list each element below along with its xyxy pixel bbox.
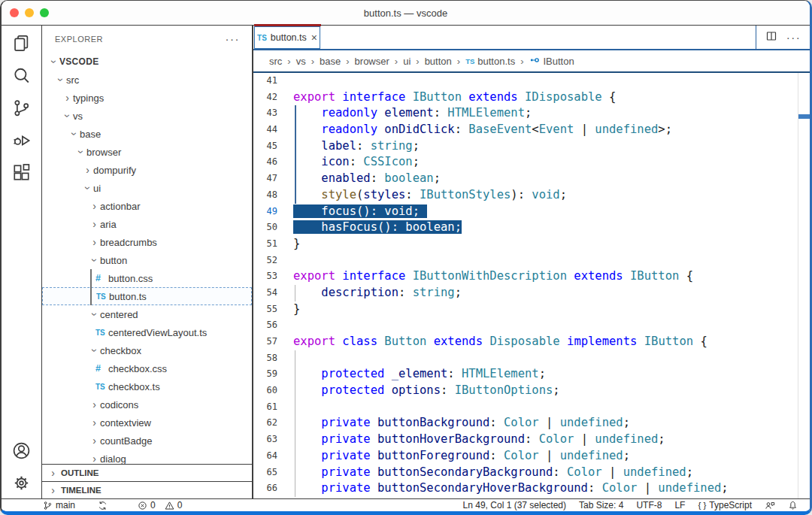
tree-item-aria[interactable]: ›aria — [42, 215, 252, 233]
breadcrumb-item-vs[interactable]: vs — [296, 56, 306, 67]
tree-item-contextview[interactable]: ›contextview — [42, 414, 252, 432]
line-number[interactable]: 64 — [253, 448, 277, 465]
chevron-right-icon[interactable]: › — [89, 237, 100, 247]
tree-item-base[interactable]: ›base — [42, 125, 252, 143]
breadcrumb-item-ibutton[interactable]: IButton — [529, 55, 574, 68]
line-number[interactable]: 61 — [253, 399, 277, 416]
line-number[interactable]: 51 — [253, 236, 277, 253]
line-number[interactable]: 55 — [253, 301, 277, 318]
zoom-window-button[interactable] — [40, 8, 49, 17]
tree-item-button-ts[interactable]: TSbutton.ts — [42, 287, 252, 305]
breadcrumb-item-ui[interactable]: ui — [403, 56, 411, 67]
search-icon[interactable] — [11, 64, 33, 86]
status-ln-49-col-1-37-selected-[interactable]: Ln 49, Col 1 (37 selected) — [463, 500, 566, 510]
tree-item-typings[interactable]: ›typings — [42, 89, 252, 107]
tree-item-breadcrumbs[interactable]: ›breadcrumbs — [42, 233, 252, 251]
tree-item-vscode[interactable]: ›VSCODE — [42, 53, 252, 71]
chevron-right-icon[interactable]: › — [89, 219, 100, 229]
status-warning[interactable]: 0 — [165, 500, 183, 510]
chevron-right-icon[interactable]: › — [89, 435, 100, 446]
tree-item-browser[interactable]: ›browser — [42, 143, 252, 161]
accounts-icon[interactable] — [11, 439, 33, 462]
tree-item-ui[interactable]: ›ui — [42, 179, 252, 197]
breadcrumb-item-button[interactable]: button — [425, 56, 452, 67]
overview-ruler[interactable] — [798, 73, 810, 498]
source-control-icon[interactable] — [11, 96, 33, 119]
chevron-right-icon[interactable]: › — [89, 399, 100, 410]
tree-item-countbadge[interactable]: ›countBadge — [42, 432, 252, 450]
line-number[interactable]: 66 — [253, 480, 277, 497]
line-number[interactable]: 63 — [253, 432, 277, 448]
tree-item-checkbox-css[interactable]: #checkbox.css — [42, 359, 252, 377]
line-number[interactable]: 42 — [253, 89, 277, 106]
line-number[interactable]: 56 — [253, 317, 277, 334]
tree-item-src[interactable]: ›src — [42, 71, 252, 89]
chevron-right-icon[interactable]: › — [89, 417, 100, 428]
line-number[interactable]: 48 — [253, 187, 277, 204]
chevron-down-icon[interactable]: › — [76, 147, 86, 158]
status-tab-size-4[interactable]: Tab Size: 4 — [579, 500, 623, 510]
tab-button-ts[interactable]: TS button.ts × — [254, 26, 320, 49]
line-number[interactable]: 50 — [253, 220, 277, 236]
chevron-right-icon[interactable]: › — [89, 201, 100, 211]
status-git-branch[interactable]: main — [43, 500, 75, 510]
split-editor-icon[interactable] — [765, 30, 777, 45]
breadcrumb-item-browser[interactable]: browser — [355, 56, 389, 67]
line-number[interactable]: 54 — [253, 285, 277, 301]
line-number[interactable]: 53 — [253, 268, 277, 285]
minimize-window-button[interactable] — [25, 8, 34, 17]
line-number[interactable]: 45 — [253, 138, 277, 155]
breadcrumb-item-base[interactable]: base — [320, 56, 341, 67]
line-number[interactable]: 49 — [253, 204, 277, 220]
status-error[interactable]: 0 — [138, 500, 156, 510]
line-number[interactable]: 57 — [253, 334, 277, 350]
line-number[interactable]: 43 — [253, 105, 277, 122]
extensions-icon[interactable] — [11, 161, 33, 183]
status-sync[interactable] — [98, 501, 108, 510]
chevron-down-icon[interactable]: › — [89, 255, 100, 266]
code-editor[interactable]: 4142export interface IButton extends IDi… — [253, 73, 810, 498]
settings-icon[interactable] — [11, 471, 33, 494]
run-debug-icon[interactable] — [11, 129, 33, 151]
chevron-down-icon[interactable]: › — [83, 183, 93, 194]
status-utf-8[interactable]: UTF-8 — [636, 500, 662, 510]
line-number[interactable]: 41 — [253, 73, 277, 89]
status-feedback[interactable] — [765, 501, 775, 510]
tree-item-vs[interactable]: ›vs — [42, 107, 252, 125]
tree-item-button-css[interactable]: #button.css — [42, 269, 252, 287]
chevron-down-icon[interactable]: › — [69, 129, 80, 140]
chevron-right-icon[interactable]: › — [62, 92, 73, 103]
line-number[interactable]: 62 — [253, 415, 277, 432]
tree-item-checkbox-ts[interactable]: TScheckbox.ts — [42, 377, 252, 395]
chevron-right-icon[interactable]: › — [82, 165, 93, 175]
chevron-down-icon[interactable]: › — [49, 56, 59, 68]
tree-item-centeredviewlayout-ts[interactable]: TScenteredViewLayout.ts — [42, 323, 252, 341]
line-number[interactable]: 46 — [253, 154, 277, 171]
chevron-down-icon[interactable]: › — [89, 345, 100, 356]
line-number[interactable]: 65 — [253, 465, 277, 481]
tree-item-dompurify[interactable]: ›dompurify — [42, 161, 252, 179]
status-typescript[interactable]: { }TypeScript — [698, 500, 752, 510]
tree-item-button[interactable]: ›button — [42, 251, 252, 269]
explorer-more-actions-icon[interactable]: ··· — [226, 35, 241, 43]
outline-panel-header[interactable]: › OUTLINE — [42, 464, 252, 481]
chevron-down-icon[interactable]: › — [89, 309, 100, 320]
tree-item-checkbox[interactable]: ›checkbox — [42, 341, 252, 359]
breadcrumb-item-button-ts[interactable]: TSbutton.ts — [465, 56, 515, 67]
line-number[interactable]: 59 — [253, 366, 277, 383]
chevron-down-icon[interactable]: › — [62, 111, 73, 122]
line-number[interactable]: 52 — [253, 253, 277, 269]
status-lf[interactable]: LF — [674, 500, 685, 510]
line-number[interactable]: 58 — [253, 350, 277, 367]
tree-item-codicons[interactable]: ›codicons — [42, 395, 252, 414]
line-number[interactable]: 60 — [253, 383, 277, 399]
tree-item-actionbar[interactable]: ›actionbar — [42, 197, 252, 215]
timeline-panel-header[interactable]: › TIMELINE — [42, 481, 252, 498]
line-number[interactable]: 47 — [253, 171, 277, 187]
tree-item-centered[interactable]: ›centered — [42, 305, 252, 323]
files-icon[interactable] — [11, 32, 33, 54]
chevron-down-icon[interactable]: › — [56, 74, 66, 86]
status-bell[interactable] — [788, 501, 798, 510]
close-tab-icon[interactable]: × — [311, 32, 317, 44]
line-number[interactable]: 44 — [253, 122, 277, 138]
